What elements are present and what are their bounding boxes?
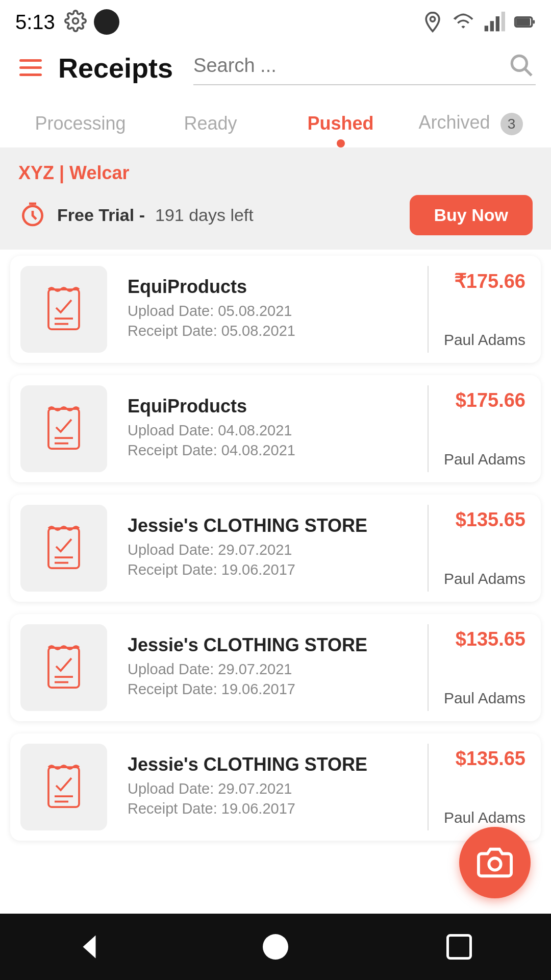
recent-square-icon [444, 932, 474, 962]
receipt-icon [41, 525, 87, 571]
receipt-card[interactable]: Jessie's CLOTHING STORE Upload Date: 29.… [10, 733, 541, 841]
receipt-person: Paul Adams [444, 809, 525, 826]
svg-rect-5 [502, 12, 505, 32]
receipt-date: Receipt Date: 05.08.2021 [128, 323, 417, 339]
receipt-date: Receipt Date: 19.06.2017 [128, 561, 417, 578]
svg-rect-30 [448, 936, 471, 959]
receipt-icon [41, 286, 87, 332]
receipt-icon-box [20, 624, 107, 711]
svg-point-0 [72, 18, 78, 24]
tab-archived[interactable]: Archived 3 [406, 97, 536, 148]
receipt-name: Jessie's CLOTHING STORE [128, 634, 417, 656]
receipt-card[interactable]: Jessie's CLOTHING STORE Upload Date: 29.… [10, 495, 541, 602]
recent-button[interactable] [444, 932, 474, 962]
tab-pushed[interactable]: Pushed [276, 99, 406, 146]
days-left: 191 days left [155, 205, 254, 225]
wifi-icon [452, 11, 474, 33]
tab-ready[interactable]: Ready [145, 99, 276, 146]
receipt-person: Paul Adams [444, 690, 525, 707]
svg-rect-3 [490, 21, 494, 31]
receipt-icon [41, 764, 87, 810]
receipt-right: $135.65 Paul Adams [429, 495, 541, 602]
archived-badge: 3 [500, 113, 523, 135]
receipt-date: Receipt Date: 04.08.2021 [128, 442, 417, 459]
circle-icon [94, 9, 119, 35]
svg-marker-28 [83, 936, 96, 959]
receipt-person: Paul Adams [444, 451, 525, 468]
receipt-details: Jessie's CLOTHING STORE Upload Date: 29.… [117, 495, 428, 602]
home-circle-icon [260, 932, 291, 962]
search-container [193, 50, 536, 85]
header: Receipts [0, 41, 551, 97]
buy-now-button[interactable]: Buy Now [410, 195, 533, 235]
receipt-name: EquiProducts [128, 276, 417, 298]
receipt-card[interactable]: EquiProducts Upload Date: 04.08.2021 Rec… [10, 375, 541, 482]
svg-line-10 [525, 69, 532, 76]
receipt-details: Jessie's CLOTHING STORE Upload Date: 29.… [117, 614, 428, 721]
receipt-upload-date: Upload Date: 29.07.2021 [128, 542, 417, 558]
receipt-name: Jessie's CLOTHING STORE [128, 754, 417, 775]
receipt-name: EquiProducts [128, 396, 417, 417]
bottom-navigation [0, 914, 551, 980]
search-input[interactable] [193, 55, 506, 77]
receipt-right: $175.66 Paul Adams [429, 375, 541, 482]
tab-processing[interactable]: Processing [15, 99, 145, 146]
receipt-upload-date: Upload Date: 29.07.2021 [128, 661, 417, 678]
receipt-right: ₹175.66 Paul Adams [429, 256, 541, 363]
receipt-upload-date: Upload Date: 05.08.2021 [128, 303, 417, 320]
receipt-details: EquiProducts Upload Date: 05.08.2021 Rec… [117, 256, 428, 363]
receipt-person: Paul Adams [444, 570, 525, 587]
receipt-icon [41, 406, 87, 452]
receipt-card[interactable]: Jessie's CLOTHING STORE Upload Date: 29.… [10, 614, 541, 721]
receipt-amount: $135.65 [456, 509, 525, 531]
receipt-amount: ₹175.66 [454, 270, 525, 292]
receipt-upload-date: Upload Date: 04.08.2021 [128, 422, 417, 439]
receipt-amount: $135.65 [456, 748, 525, 770]
receipt-right: $135.65 Paul Adams [429, 614, 541, 721]
camera-icon [477, 845, 513, 880]
receipt-icon-box [20, 505, 107, 592]
timer-icon [18, 200, 47, 231]
receipt-details: Jessie's CLOTHING STORE Upload Date: 29.… [117, 733, 428, 841]
page-title: Receipts [58, 52, 173, 84]
svg-point-27 [489, 858, 500, 870]
svg-rect-7 [516, 18, 531, 26]
tabs-bar: Processing Ready Pushed Archived 3 [0, 97, 551, 148]
receipt-icon-box [20, 385, 107, 472]
back-arrow-icon [77, 932, 107, 962]
receipt-date: Receipt Date: 19.06.2017 [128, 800, 417, 817]
home-button[interactable] [260, 932, 291, 962]
camera-fab-button[interactable] [459, 827, 531, 898]
trial-label: Free Trial - [57, 205, 145, 225]
receipt-card[interactable]: EquiProducts Upload Date: 05.08.2021 Rec… [10, 256, 541, 363]
receipt-icon-box [20, 266, 107, 353]
svg-point-1 [430, 17, 435, 21]
search-button[interactable] [506, 50, 536, 81]
receipt-date: Receipt Date: 19.06.2017 [128, 681, 417, 698]
trial-banner: XYZ | Welcar Free Trial - 191 days left … [0, 148, 551, 250]
status-icons-right [421, 11, 536, 33]
receipt-name: Jessie's CLOTHING STORE [128, 515, 417, 536]
status-bar: 5:13 [0, 0, 551, 41]
battery-icon [513, 11, 536, 33]
receipt-right: $135.65 Paul Adams [429, 733, 541, 841]
location-icon [421, 11, 444, 33]
hamburger-menu-button[interactable] [15, 55, 46, 80]
gear-icon [64, 10, 87, 34]
receipt-person: Paul Adams [444, 331, 525, 349]
svg-point-29 [263, 934, 288, 960]
receipt-amount: $135.65 [456, 628, 525, 650]
svg-rect-4 [496, 16, 499, 31]
svg-rect-2 [485, 26, 488, 31]
receipt-amount: $175.66 [456, 389, 525, 411]
back-button[interactable] [77, 932, 107, 962]
signal-icon [483, 11, 505, 33]
svg-point-9 [512, 56, 527, 70]
receipt-icon-box [20, 744, 107, 830]
receipt-icon [41, 645, 87, 691]
company-name: XYZ | Welcar [18, 162, 533, 184]
status-time: 5:13 [15, 11, 55, 34]
receipt-upload-date: Upload Date: 29.07.2021 [128, 780, 417, 797]
receipt-details: EquiProducts Upload Date: 04.08.2021 Rec… [117, 375, 428, 482]
